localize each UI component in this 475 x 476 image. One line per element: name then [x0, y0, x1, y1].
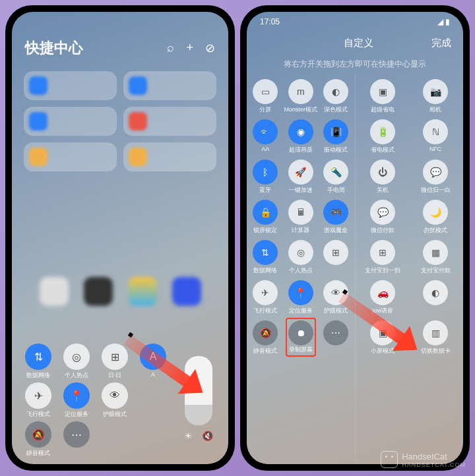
hotspot-icon[interactable]: ◎	[63, 343, 90, 370]
蓝牙-icon[interactable]: ᛒ	[253, 160, 278, 185]
eye-icon[interactable]: 👁	[102, 382, 128, 409]
一键加速-icon[interactable]: 🚀	[288, 160, 313, 185]
done-button[interactable]: 完成	[431, 37, 451, 49]
深色模式-icon[interactable]: ◐	[323, 79, 348, 104]
tile[interactable]	[24, 107, 117, 136]
app-icon[interactable]	[172, 277, 201, 306]
切换数据卡-icon[interactable]: ▥	[423, 320, 448, 345]
toggle-录制屏幕[interactable]: ⏺录制屏幕	[284, 320, 317, 355]
Monster模式-icon[interactable]: m	[288, 79, 313, 104]
NFC-icon[interactable]: ℕ	[423, 119, 448, 144]
toggle-支付宝付款[interactable]: ▦支付宝付款	[410, 240, 460, 275]
toggle-item[interactable]: ⊞	[320, 240, 352, 275]
省电模式-icon[interactable]: 🔋	[370, 119, 395, 144]
计算器-icon[interactable]: 🖩	[288, 200, 313, 225]
toggle-深色模式[interactable]: ◐深色模式	[320, 79, 352, 114]
toggle-hotspot[interactable]: ◎个人热点	[58, 343, 95, 380]
toggle-more[interactable]: ⋯	[58, 421, 95, 458]
data-icon[interactable]: ⇅	[25, 343, 51, 370]
app-icon[interactable]	[84, 277, 113, 306]
相机-icon[interactable]: 📷	[423, 79, 448, 104]
toggle-蓝牙[interactable]: ᛒ蓝牙	[249, 160, 281, 194]
toggle-静音模式[interactable]: 🔕静音模式	[249, 320, 281, 355]
plus-icon[interactable]: +	[186, 41, 193, 55]
app-icon[interactable]	[40, 277, 69, 306]
toggle-超清画质[interactable]: ◉超清画质	[284, 119, 317, 154]
toggle-AA[interactable]: ᯤAA	[249, 119, 281, 154]
toggle-label: 飞行模式	[253, 307, 277, 315]
toggle-分屏[interactable]: ▭分屏	[249, 79, 281, 114]
search-icon[interactable]: ⌕	[167, 41, 174, 55]
tile[interactable]	[24, 142, 117, 171]
toggle-item[interactable]: ◐	[410, 280, 460, 315]
toggle-飞行模式[interactable]: ✈飞行模式	[249, 280, 281, 315]
toggle-定位服务[interactable]: 📍定位服务	[284, 280, 317, 315]
toggle-微信付款[interactable]: 💬微信付款	[358, 200, 408, 235]
toggle-label: 相机	[429, 105, 441, 114]
toggle-关机[interactable]: ⏻关机	[358, 160, 408, 194]
mute-icon[interactable]: 🔕	[25, 421, 51, 448]
tile[interactable]	[123, 107, 216, 136]
tile[interactable]	[123, 71, 216, 100]
screen-right: 17:05 ◢ ▮ 自定义 完成 将右方开关拖到左方即可在快捷中心显示 ▭分屏m…	[247, 12, 463, 464]
toggle-一键加速[interactable]: 🚀一键加速	[284, 160, 317, 194]
toggle-振动模式[interactable]: 📳振动模式	[320, 119, 352, 154]
tile[interactable]	[24, 71, 117, 100]
toggle-支付宝扫一扫[interactable]: ⊞支付宝扫一扫	[358, 240, 408, 275]
toggle-计算器[interactable]: 🖩计算器	[284, 200, 317, 235]
toggle-手电筒[interactable]: 🔦手电筒	[320, 160, 352, 194]
check-icon[interactable]: ⊘	[205, 41, 215, 55]
toggle-锁屏锁定[interactable]: 🔒锁屏锁定	[249, 200, 281, 235]
toggle-mute[interactable]: 🔕静音模式	[20, 421, 57, 458]
toggle-location[interactable]: 📍定位服务	[58, 382, 95, 419]
toggle-eye[interactable]: 👁护眼模式	[96, 382, 133, 419]
超级省电-icon[interactable]: ▣	[370, 79, 395, 104]
mute-icon[interactable]: 🔇	[202, 431, 213, 441]
游戏魔盒-icon[interactable]: 🎮	[323, 200, 348, 225]
toggle-数据网络[interactable]: ⇅数据网络	[249, 240, 281, 275]
brightness-icon[interactable]: ☀	[184, 431, 193, 441]
勿扰模式-icon[interactable]: 🌙	[423, 200, 448, 225]
支付宝扫一扫-icon[interactable]: ⊞	[370, 240, 395, 265]
toggle-airplane[interactable]: ✈飞行模式	[20, 382, 57, 419]
app-icon[interactable]	[128, 277, 157, 306]
toggle-个人热点[interactable]: ◎个人热点	[284, 240, 317, 275]
数据网络-icon[interactable]: ⇅	[253, 240, 278, 265]
分屏-icon[interactable]: ▭	[253, 79, 278, 104]
toggle-a3[interactable]: ⊞日·日	[96, 343, 133, 380]
toggle-超级省电[interactable]: ▣超级省电	[358, 79, 408, 114]
飞行模式-icon[interactable]: ✈	[253, 280, 278, 305]
锁屏锁定-icon[interactable]: 🔒	[253, 200, 278, 225]
toggle-data[interactable]: ⇅数据网络	[20, 343, 57, 380]
微信归一白-icon[interactable]: 💬	[423, 160, 448, 185]
toggle-游戏魔盒[interactable]: 🎮游戏魔盒	[320, 200, 352, 235]
AA-icon[interactable]: ᯤ	[253, 119, 278, 144]
a3-icon[interactable]: ⊞	[102, 343, 128, 370]
toggle-微信归一白[interactable]: 💬微信归一白	[410, 160, 460, 194]
toggle-item[interactable]: ⋯	[320, 320, 352, 355]
手电筒-icon[interactable]: 🔦	[323, 160, 348, 185]
支付宝付款-icon[interactable]: ▦	[423, 240, 448, 265]
微信付款-icon[interactable]: 💬	[370, 200, 395, 225]
关机-icon[interactable]: ⏻	[370, 160, 395, 185]
toggle-label: 飞行模式	[26, 410, 50, 419]
toggle-NFC[interactable]: ℕNFC	[410, 119, 460, 154]
静音模式-icon[interactable]: 🔕	[253, 320, 278, 345]
振动模式-icon[interactable]: 📳	[323, 119, 348, 144]
jovi语音-icon[interactable]: 🚗	[370, 280, 395, 305]
toggle-勿扰模式[interactable]: 🌙勿扰模式	[410, 200, 460, 235]
录制屏幕-icon[interactable]: ⏺	[288, 320, 313, 345]
toggle-icon[interactable]: ⊞	[323, 240, 348, 265]
超清画质-icon[interactable]: ◉	[288, 119, 313, 144]
toggle-Monster模式[interactable]: mMonster模式	[284, 79, 317, 114]
airplane-icon[interactable]: ✈	[25, 382, 51, 409]
location-icon[interactable]: 📍	[63, 382, 90, 409]
more-icon[interactable]: ⋯	[63, 421, 90, 448]
toggle-相机[interactable]: 📷相机	[410, 79, 460, 114]
toggle-省电模式[interactable]: 🔋省电模式	[358, 119, 408, 154]
toggle-icon[interactable]: ◐	[423, 280, 448, 305]
定位服务-icon[interactable]: 📍	[288, 280, 313, 305]
个人热点-icon[interactable]: ◎	[288, 240, 313, 265]
toggle-icon[interactable]: ⋯	[323, 320, 348, 345]
tile[interactable]	[123, 142, 216, 171]
